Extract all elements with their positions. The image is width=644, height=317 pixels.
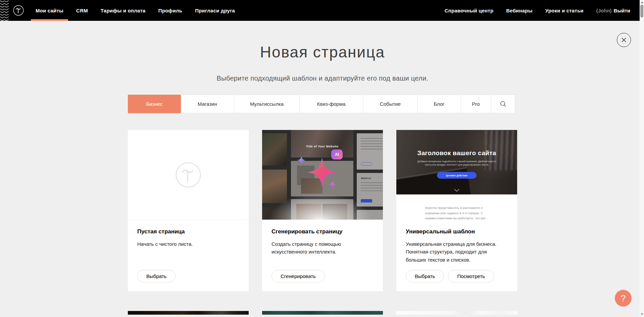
universal-template-preview: Заголовок вашего сайта Добавьте интересн… [396, 130, 517, 220]
template-cards-row-2 [128, 311, 517, 315]
nav-invite-friend[interactable]: Пригласи друга [195, 0, 235, 21]
close-icon [621, 37, 627, 43]
top-header: Мои сайты CRM Тарифы и оплата Профиль Пр… [0, 0, 640, 21]
tab-pro[interactable]: Pro [460, 95, 491, 113]
logout-link[interactable]: Выйти [614, 8, 630, 13]
tab-quiz-form[interactable]: Квиз-форма [299, 95, 363, 113]
zigzag-pattern-strip[interactable] [0, 0, 9, 21]
user-chunk: (John) Выйти [596, 8, 630, 13]
tab-search[interactable] [491, 95, 515, 113]
tilda-logo-icon [13, 5, 24, 16]
preview-hero-subtitle: Добавьте интересные подробности о вашей … [416, 160, 497, 167]
help-button-label: ? [621, 293, 626, 304]
card-body: Универсальный шаблон Универсальная стран… [396, 220, 517, 291]
tilda-logo[interactable] [13, 5, 24, 16]
preview-hero-section: Заголовок вашего сайта Добавьте интересн… [396, 130, 517, 194]
card-title: Универсальный шаблон [406, 228, 508, 235]
scrollbar-down-arrow-icon[interactable] [641, 313, 643, 315]
template-card-peek[interactable] [128, 311, 249, 315]
close-button[interactable] [617, 33, 631, 47]
card-title: Сгенерировать страницу [271, 228, 374, 235]
template-card-ai-generate[interactable]: Title of Your Website About us [262, 130, 383, 291]
user-name: (John) [596, 8, 612, 13]
chevron-down-icon [454, 189, 459, 192]
template-cards-row: Пустая страница Начать с чистого листа. … [128, 130, 517, 291]
card-title: Пустая страница [137, 228, 239, 235]
template-card-peek[interactable] [262, 311, 383, 315]
template-card-universal[interactable]: Заголовок вашего сайта Добавьте интересн… [396, 130, 517, 291]
hero-content: Заголовок вашего сайта Добавьте интересн… [396, 130, 517, 194]
preview-body-text: Коротко представьтесь и расскажите о ком… [425, 205, 494, 220]
page-subtitle: Выберите подходящий шаблон и адаптируйте… [128, 75, 517, 82]
choose-button[interactable]: Выбрать [137, 270, 176, 282]
tab-event[interactable]: Событие [363, 95, 418, 113]
secondary-nav: Справочный центр Вебинары Уроки и статьи… [445, 0, 640, 21]
tab-blog[interactable]: Блог [417, 95, 461, 113]
card-actions: Сгенерировать [271, 270, 325, 282]
template-card-peek[interactable] [396, 311, 517, 315]
page-scrollbar[interactable] [640, 0, 644, 317]
help-button[interactable]: ? [615, 290, 632, 307]
ai-badge: AI [331, 149, 343, 160]
tab-store[interactable]: Магазин [181, 95, 234, 113]
nav-lessons[interactable]: Уроки и статьи [545, 0, 584, 21]
card-actions: Выбрать [137, 270, 176, 282]
search-icon [500, 101, 506, 107]
ai-sparkle-small-icon [329, 180, 337, 188]
tilda-watermark-icon [174, 161, 202, 189]
tab-multilink[interactable]: Мультиссылка [234, 95, 300, 113]
view-button[interactable]: Посмотреть [448, 270, 494, 282]
card-description: Универсальная страница для бизнеса. Поня… [406, 240, 508, 264]
scrollbar-up-arrow-icon[interactable] [641, 1, 643, 3]
main-nav: Мои сайты CRM Тарифы и оплата Профиль Пр… [36, 0, 235, 21]
tab-business[interactable]: Бизнес [128, 95, 181, 113]
blank-page-preview [128, 130, 249, 220]
scrollbar-thumb[interactable] [640, 5, 643, 17]
card-description: Создать страницу с помощью искусственног… [271, 240, 374, 256]
preview-hero-title: Заголовок вашего сайта [417, 149, 496, 157]
template-category-tabs: Бизнес Магазин Мультиссылка Квиз-форма С… [128, 95, 517, 113]
nav-crm[interactable]: CRM [76, 0, 88, 21]
preview-cta-button: Целевое действие [437, 172, 477, 179]
card-description: Начать с чистого листа. [137, 240, 239, 248]
card-body: Пустая страница Начать с чистого листа. … [128, 220, 249, 291]
nav-my-sites[interactable]: Мои сайты [36, 0, 63, 21]
template-card-blank-page[interactable]: Пустая страница Начать с чистого листа. … [128, 130, 249, 291]
card-actions: Выбрать Посмотреть [406, 270, 494, 282]
nav-profile[interactable]: Профиль [158, 0, 183, 21]
preview-text-section: Коротко представьтесь и расскажите о ком… [396, 194, 517, 220]
nav-webinars[interactable]: Вебинары [506, 0, 532, 21]
ai-generate-preview: Title of Your Website About us [262, 130, 383, 220]
page-title: Новая страница [128, 43, 517, 61]
ai-sparkle-small-icon [297, 156, 306, 165]
choose-button[interactable]: Выбрать [406, 270, 444, 282]
new-page-dialog: Новая страница Выберите подходящий шабло… [128, 21, 517, 315]
nav-tariffs[interactable]: Тарифы и оплата [101, 0, 146, 21]
nav-help-center[interactable]: Справочный центр [445, 0, 494, 21]
generate-button[interactable]: Сгенерировать [271, 270, 325, 282]
card-body: Сгенерировать страницу Создать страницу … [262, 220, 383, 291]
